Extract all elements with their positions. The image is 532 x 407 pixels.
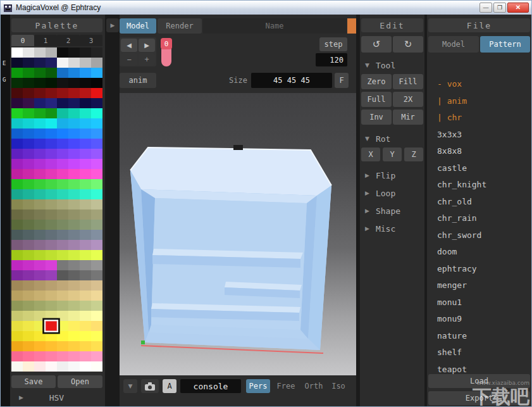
palette-swatch[interactable] [80,291,91,301]
palette-swatch[interactable] [34,280,46,291]
palette-swatch[interactable] [34,341,46,351]
palette-swatch[interactable] [34,78,46,88]
palette-swatch[interactable] [11,159,23,169]
tool-mir-button[interactable]: Mir [393,110,423,125]
palette-swatch[interactable] [91,250,102,260]
palette-swatch[interactable] [11,220,23,230]
palette-swatch[interactable] [68,78,80,88]
palette-swatch[interactable] [57,108,68,118]
flip-section-header[interactable]: ▶ Flip [365,169,423,182]
palette-swatch[interactable] [80,78,91,88]
palette-swatch[interactable] [23,58,34,68]
palette-swatch[interactable] [57,169,68,179]
view-mode-pers[interactable]: Pers [246,379,270,393]
file-item-castle[interactable]: castle [437,162,529,179]
tab-model[interactable]: Model [120,18,156,34]
palette-swatch[interactable] [91,230,102,240]
redo-button[interactable]: ↻ [393,36,423,53]
palette-swatch[interactable] [34,98,46,108]
loop-section-header[interactable]: ▶ Loop [365,187,423,199]
palette-swatch[interactable] [91,311,102,321]
palette-swatch[interactable] [11,280,23,291]
palette-swatch[interactable] [91,270,102,280]
palette-swatch[interactable] [80,159,91,169]
palette-tab-1[interactable]: 1 [34,35,57,46]
file-item-ephtracy[interactable]: ephtracy [437,263,529,280]
palette-swatch[interactable] [23,250,34,260]
palette-swatch[interactable] [46,301,57,311]
palette-swatch[interactable] [57,139,68,149]
palette-swatch[interactable] [68,199,80,210]
palette-swatch[interactable] [46,331,57,341]
palette-swatch[interactable] [57,220,68,230]
palette-swatch[interactable] [11,98,23,108]
palette-swatch[interactable] [11,270,23,280]
load-button[interactable]: Load [428,374,530,388]
palette-swatch[interactable] [91,139,102,149]
edge-tab-g[interactable]: G [3,77,6,83]
palette-swatch[interactable] [68,331,80,341]
file-item-chr-old[interactable]: chr_old [437,196,529,213]
palette-swatch[interactable] [11,58,23,68]
file-item-anim[interactable]: | anim [437,95,529,112]
palette-swatch[interactable] [23,260,34,270]
palette-swatch[interactable] [80,361,91,372]
palette-swatch[interactable] [11,301,23,311]
palette-swatch[interactable] [91,88,102,98]
file-item-monu1[interactable]: monu1 [437,296,529,313]
palette-swatch[interactable] [91,169,102,179]
palette-swatch[interactable] [11,179,23,189]
view-mode-iso[interactable]: Iso [328,379,349,393]
palette-swatch[interactable] [46,149,57,159]
palette-swatch[interactable] [11,108,23,118]
palette-swatch[interactable] [80,68,91,78]
palette-swatch[interactable] [57,47,68,58]
palette-swatch[interactable] [80,270,91,280]
file-item-doom[interactable]: doom [437,246,529,263]
palette-swatch[interactable] [34,230,46,240]
palette-swatch[interactable] [11,341,23,351]
palette-swatch[interactable] [68,149,80,159]
file-item-chr-rain[interactable]: chr_rain [437,212,529,229]
model-name-input[interactable]: Name [203,18,346,34]
palette-swatch[interactable] [57,250,68,260]
palette-swatch[interactable] [68,311,80,321]
save-button[interactable]: Save [11,375,56,388]
palette-swatch[interactable] [11,118,23,128]
palette-swatch[interactable] [11,128,23,139]
palette-swatch[interactable] [91,47,102,58]
palette-swatch[interactable] [34,128,46,139]
palette-swatch[interactable] [57,260,68,270]
palette-swatch[interactable] [68,351,80,361]
palette-swatch[interactable] [46,240,57,250]
palette-swatch[interactable] [34,291,46,301]
palette-swatch[interactable] [68,58,80,68]
view-options-dropdown[interactable]: ▼ [123,379,137,393]
palette-swatch[interactable] [57,270,68,280]
palette-swatch[interactable] [91,301,102,311]
palette-swatch[interactable] [68,169,80,179]
titlebar[interactable]: MagicaVoxel @ Ephtracy — ❐ ✕ [1,1,531,15]
palette-swatch[interactable] [11,351,23,361]
palette-swatch[interactable] [80,230,91,240]
palette-swatch[interactable] [23,230,34,240]
palette-swatch-selected[interactable] [44,320,59,332]
palette-collapse-tab[interactable]: ▶ [106,18,119,32]
palette-swatch[interactable] [23,179,34,189]
palette-swatch[interactable] [34,139,46,149]
palette-swatch[interactable] [34,68,46,78]
palette-swatch[interactable] [11,250,23,260]
palette-swatch[interactable] [34,88,46,98]
palette-swatch[interactable] [91,341,102,351]
palette-swatch[interactable] [34,210,46,220]
palette-swatch[interactable] [57,301,68,311]
file-tab-model[interactable]: Model [428,36,479,53]
palette-swatch[interactable] [23,139,34,149]
palette-swatch[interactable] [68,179,80,189]
palette-swatch[interactable] [68,88,80,98]
palette-swatch[interactable] [11,321,23,331]
palette-swatch[interactable] [11,311,23,321]
palette-swatch[interactable] [91,199,102,210]
palette-swatch[interactable] [57,58,68,68]
palette-swatch[interactable] [23,189,34,199]
